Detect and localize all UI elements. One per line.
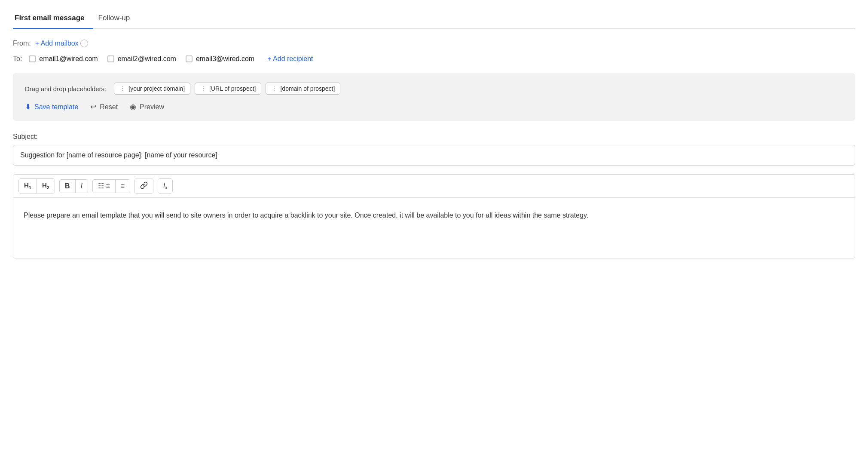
save-template-button[interactable]: ⬇ Save template bbox=[25, 102, 78, 111]
reset-icon: ↩ bbox=[90, 102, 96, 111]
clear-format-group: Ix bbox=[158, 178, 173, 193]
placeholders-row: Drag and drop placeholders: ⋮ [your proj… bbox=[25, 83, 843, 95]
recipient-checkbox-2[interactable] bbox=[107, 55, 114, 62]
h1-button[interactable]: H1 bbox=[19, 179, 37, 193]
unordered-list-button[interactable]: ≡ bbox=[116, 180, 130, 193]
italic-button[interactable]: I bbox=[76, 180, 88, 193]
link-button[interactable] bbox=[135, 178, 153, 193]
subject-label: Subject: bbox=[13, 133, 855, 141]
add-recipient-button[interactable]: + Add recipient bbox=[267, 55, 313, 63]
save-icon: ⬇ bbox=[25, 102, 31, 111]
recipient-checkbox-3[interactable] bbox=[186, 55, 193, 62]
add-mailbox-button[interactable]: + Add mailbox bbox=[35, 40, 79, 47]
link-group bbox=[134, 178, 153, 194]
from-label: From: bbox=[13, 40, 31, 47]
recipient-email-1: email1@wired.com bbox=[39, 55, 98, 63]
tab-first-email[interactable]: First email message bbox=[13, 9, 93, 28]
drag-handle-icon-3: ⋮ bbox=[271, 85, 278, 92]
editor-body-text: Please prepare an email template that yo… bbox=[24, 212, 588, 219]
recipient-item-3: email3@wired.com bbox=[186, 55, 254, 63]
recipient-item-2: email2@wired.com bbox=[107, 55, 176, 63]
placeholders-bar: Drag and drop placeholders: ⋮ [your proj… bbox=[13, 73, 855, 121]
h2-button[interactable]: H2 bbox=[37, 179, 55, 193]
placeholder-chip-3[interactable]: ⋮ [domain of prospect] bbox=[266, 83, 340, 95]
placeholders-label: Drag and drop placeholders: bbox=[25, 85, 106, 92]
subject-input[interactable] bbox=[13, 145, 855, 166]
to-row: To: email1@wired.com email2@wired.com em… bbox=[13, 55, 855, 63]
format-group: B I bbox=[59, 179, 88, 193]
actions-row: ⬇ Save template ↩ Reset ◉ Preview bbox=[25, 102, 843, 111]
preview-icon: ◉ bbox=[130, 102, 136, 111]
ordered-list-button[interactable]: ☷ ≡ bbox=[93, 180, 116, 193]
recipient-email-2: email2@wired.com bbox=[118, 55, 176, 63]
info-icon[interactable]: i bbox=[80, 40, 88, 47]
preview-button[interactable]: ◉ Preview bbox=[130, 102, 164, 111]
tabs-bar: First email message Follow-up bbox=[13, 0, 855, 29]
drag-handle-icon-2: ⋮ bbox=[200, 85, 207, 92]
editor-container: H1 H2 B I ☷ ≡ ≡ bbox=[13, 174, 855, 258]
tab-follow-up[interactable]: Follow-up bbox=[97, 9, 139, 28]
to-label: To: bbox=[13, 55, 22, 63]
bold-button[interactable]: B bbox=[60, 180, 76, 193]
list-group: ☷ ≡ ≡ bbox=[92, 179, 130, 193]
editor-toolbar: H1 H2 B I ☷ ≡ ≡ bbox=[13, 175, 855, 198]
recipient-item-1: email1@wired.com bbox=[29, 55, 98, 63]
reset-button[interactable]: ↩ Reset bbox=[90, 102, 118, 111]
page-container: First email message Follow-up From: + Ad… bbox=[0, 0, 868, 258]
heading-group: H1 H2 bbox=[18, 178, 55, 193]
editor-body[interactable]: Please prepare an email template that yo… bbox=[13, 198, 855, 258]
from-row: From: + Add mailbox i bbox=[13, 40, 855, 47]
drag-handle-icon-1: ⋮ bbox=[119, 85, 126, 92]
placeholder-chip-1[interactable]: ⋮ [your project domain] bbox=[114, 83, 190, 95]
recipient-email-3: email3@wired.com bbox=[196, 55, 254, 63]
placeholder-chip-2[interactable]: ⋮ [URL of prospect] bbox=[195, 83, 261, 95]
clear-format-button[interactable]: Ix bbox=[158, 179, 172, 193]
recipient-checkbox-1[interactable] bbox=[29, 55, 36, 62]
